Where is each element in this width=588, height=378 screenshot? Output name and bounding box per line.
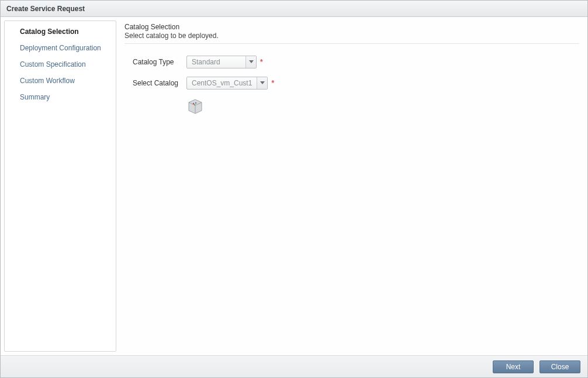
label-select-catalog: Select Catalog xyxy=(133,79,186,87)
close-button[interactable]: Close xyxy=(539,360,580,373)
required-indicator: * xyxy=(271,79,274,87)
dropdown-select-catalog[interactable]: CentOS_vm_Cust1 xyxy=(186,77,268,90)
sidebar-item-custom-specification[interactable]: Custom Specification xyxy=(5,56,116,73)
content-title: Catalog Selection xyxy=(124,23,579,31)
sidebar-item-label: Summary xyxy=(20,93,50,101)
label-catalog-type: Catalog Type xyxy=(133,58,186,66)
create-service-request-modal: Create Service Request Catalog Selection… xyxy=(0,0,588,378)
svg-marker-0 xyxy=(249,60,254,63)
chevron-down-icon xyxy=(257,77,267,89)
wizard-sidebar: Catalog Selection Deployment Configurati… xyxy=(4,20,116,352)
sidebar-item-label: Custom Workflow xyxy=(20,77,75,85)
sidebar-item-label: Deployment Configuration xyxy=(20,44,101,52)
modal-title: Create Service Request xyxy=(6,5,85,13)
sidebar-item-label: Custom Specification xyxy=(20,60,86,68)
content-subtitle: Select catalog to be deployed. xyxy=(124,32,579,40)
catalog-icon-row xyxy=(186,98,579,116)
svg-marker-1 xyxy=(260,81,265,84)
package-icon xyxy=(186,98,204,114)
modal-footer: Next Close xyxy=(1,355,587,377)
sidebar-item-custom-workflow[interactable]: Custom Workflow xyxy=(5,73,116,89)
content-pane: Catalog Selection Select catalog to be d… xyxy=(116,20,584,352)
dropdown-catalog-type-value: Standard xyxy=(187,56,245,68)
modal-header: Create Service Request xyxy=(1,1,587,17)
sidebar-item-catalog-selection[interactable]: Catalog Selection xyxy=(5,23,116,40)
next-button[interactable]: Next xyxy=(493,360,534,373)
row-select-catalog: Select Catalog CentOS_vm_Cust1 * xyxy=(133,77,579,90)
svg-point-5 xyxy=(195,102,196,104)
dropdown-select-catalog-value: CentOS_vm_Cust1 xyxy=(187,77,257,89)
sidebar-item-label: Catalog Selection xyxy=(20,28,79,36)
chevron-down-icon xyxy=(245,56,256,68)
required-indicator: * xyxy=(260,58,263,66)
row-catalog-type: Catalog Type Standard * xyxy=(133,56,579,68)
svg-point-4 xyxy=(193,103,194,104)
dropdown-catalog-type[interactable]: Standard xyxy=(186,56,257,68)
form-area: Catalog Type Standard * Select Catalog C… xyxy=(124,56,579,116)
divider xyxy=(124,43,579,44)
modal-body: Catalog Selection Deployment Configurati… xyxy=(1,17,587,355)
sidebar-item-deployment-configuration[interactable]: Deployment Configuration xyxy=(5,40,116,56)
sidebar-item-summary[interactable]: Summary xyxy=(5,89,116,105)
svg-point-6 xyxy=(194,104,195,105)
